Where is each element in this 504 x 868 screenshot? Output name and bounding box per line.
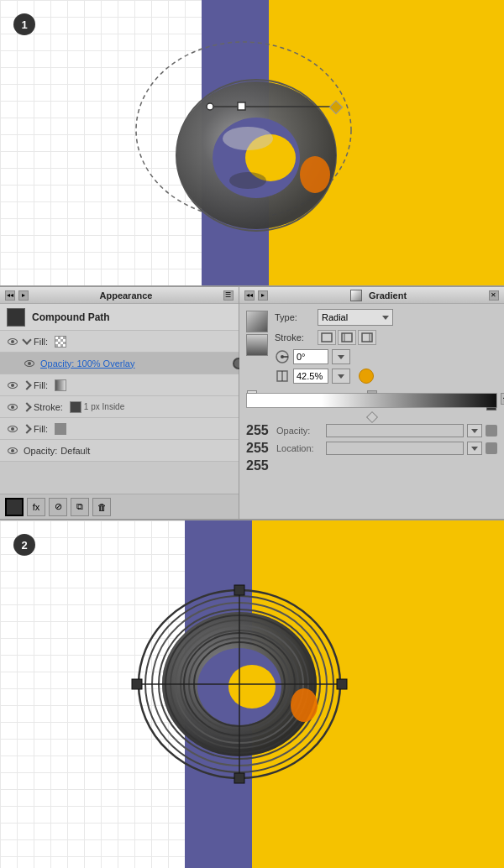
visibility-icon-6[interactable] (7, 445, 18, 457)
gradient-menu-btn[interactable]: ✕ (489, 290, 499, 301)
gradient-stop-right[interactable] (486, 407, 496, 410)
location-dropdown[interactable] (467, 442, 482, 455)
gradient-icon (350, 290, 362, 301)
svg-rect-14 (342, 333, 352, 342)
type-label: Type: (275, 312, 312, 322)
appearance-row-fill-2: Fill: (0, 374, 239, 396)
scale-dropdown-arrow (338, 374, 344, 379)
gradient-stop-left[interactable] (247, 390, 257, 394)
svg-point-7 (229, 172, 266, 189)
svg-point-10 (207, 103, 213, 110)
opacity-dropdown[interactable] (467, 424, 482, 437)
angle-dropdown-arrow (338, 355, 344, 359)
opacity-lock[interactable] (486, 425, 497, 437)
scale-icon (275, 369, 290, 384)
fill-swatch-1[interactable] (55, 336, 66, 348)
type-dropdown-arrow (382, 316, 389, 320)
row-expand-arrow-4[interactable] (22, 424, 31, 433)
compound-path-swatch (7, 308, 25, 327)
svg-rect-13 (322, 333, 332, 342)
gradient-stop-mid[interactable] (367, 390, 377, 394)
visibility-icon-3[interactable] (7, 379, 18, 391)
footer-circle-btn[interactable]: ⊘ (49, 498, 67, 516)
appearance-footer: fx ⊘ ⧉ 🗑 (0, 494, 239, 519)
svg-rect-42 (132, 679, 142, 689)
gradient-bar[interactable] (246, 393, 497, 408)
stroke-btn-1[interactable] (318, 330, 336, 345)
footer-delete-btn[interactable]: 🗑 (92, 498, 111, 516)
type-value: Radial (322, 312, 348, 322)
canvas-section-2: 2 (0, 520, 504, 868)
fill-label-2: Fill: (34, 380, 48, 390)
visibility-icon-1[interactable] (7, 336, 18, 348)
gradient-expand-btn[interactable]: ▸ (258, 290, 268, 301)
type-dropdown[interactable]: Radial (318, 309, 393, 326)
gradient-preview-swatch-1[interactable] (246, 311, 268, 332)
rgb-section: 255 Opacity: 255 Location: (246, 423, 497, 473)
row-expand-arrow-1[interactable] (22, 335, 31, 344)
svg-rect-16 (362, 333, 372, 342)
svg-rect-40 (234, 585, 244, 595)
torus-illustration-2 (109, 537, 378, 839)
gradient-scale-row: 42.5% (275, 369, 497, 384)
svg-point-34 (228, 665, 276, 709)
rgb-g-value: 255 (246, 441, 273, 456)
panels-section: ◂◂ ▸ Appearance ☰ Compound Path Fill: Op (0, 285, 504, 520)
gradient-type-row: Type: Radial (275, 309, 497, 326)
gradient-link-badge[interactable] (359, 369, 374, 384)
torus-illustration-1 (126, 25, 370, 260)
panel-resize-controls[interactable]: ◂◂ ▸ (5, 290, 29, 301)
row-expand-arrow-2[interactable] (22, 380, 31, 390)
angle-dropdown[interactable] (332, 349, 350, 364)
stroke-btn-3[interactable] (358, 330, 376, 345)
angle-field[interactable]: 0° (293, 349, 328, 364)
appearance-row-stroke: Stroke: 1 px Inside (0, 396, 239, 418)
opacity-dropdown-arrow (471, 429, 478, 433)
stroke-btn-2[interactable] (338, 330, 356, 345)
gradient-panel: ◂◂ ▸ Gradient ✕ Type: (239, 287, 504, 519)
gradient-titlebar: ◂◂ ▸ Gradient ✕ (239, 287, 504, 304)
gradient-midpoint-diamond[interactable] (365, 411, 377, 423)
panel-expand-btn[interactable]: ▸ (18, 290, 29, 301)
appearance-row-opacity: Opacity: 100% Overlay (0, 353, 239, 374)
fx-label: fx (33, 502, 40, 512)
gradient-preview-swatch-2[interactable] (246, 334, 268, 356)
fill-swatch-3[interactable] (55, 423, 66, 435)
appearance-panel-title: Appearance (100, 290, 153, 301)
gradient-collapse-btn[interactable]: ◂◂ (244, 290, 255, 301)
row-expand-arrow-3[interactable] (22, 402, 31, 411)
scale-field[interactable]: 42.5% (293, 369, 328, 384)
location-field[interactable] (326, 442, 464, 455)
opacity-label[interactable]: Opacity: 100% Overlay (40, 358, 135, 369)
svg-point-6 (223, 127, 273, 150)
gradient-delete-btn[interactable]: 🗑 (501, 393, 504, 405)
stroke-row-label: Stroke: (275, 332, 312, 342)
fill-label-1: Fill: (34, 337, 48, 347)
appearance-titlebar: ◂◂ ▸ Appearance ☰ (0, 287, 239, 304)
compound-path-header: Compound Path (0, 304, 239, 331)
compound-path-label: Compound Path (32, 311, 110, 323)
visibility-icon-5[interactable] (7, 423, 18, 435)
footer-swatch[interactable] (5, 498, 24, 516)
stroke-buttons[interactable] (318, 330, 376, 345)
appearance-menu-btn[interactable]: ☰ (223, 290, 234, 301)
stroke-label: Stroke: (34, 402, 63, 412)
gradient-resize-controls[interactable]: ◂◂ ▸ (244, 290, 268, 301)
appearance-row-fill-overlay: Fill: (0, 331, 239, 353)
opacity-field[interactable] (326, 424, 464, 437)
visibility-icon-4[interactable] (7, 401, 18, 413)
stroke-swatch[interactable] (70, 401, 81, 413)
visibility-icon-2[interactable] (24, 358, 35, 369)
footer-copy-btn[interactable]: ⧉ (71, 498, 89, 516)
footer-fx-btn[interactable]: fx (27, 498, 45, 516)
fill-swatch-2[interactable] (55, 379, 66, 391)
angle-value: 0° (297, 352, 306, 362)
location-lock[interactable] (486, 442, 497, 454)
rgb-r-value: 255 (246, 423, 273, 438)
svg-point-20 (281, 355, 284, 358)
scale-dropdown[interactable] (332, 369, 350, 384)
appearance-row-fill-3: Fill: (0, 418, 239, 440)
opacity-default-label: Opacity: (24, 446, 57, 456)
location-dropdown-arrow (471, 447, 478, 451)
panel-collapse-btn[interactable]: ◂◂ (5, 290, 15, 301)
